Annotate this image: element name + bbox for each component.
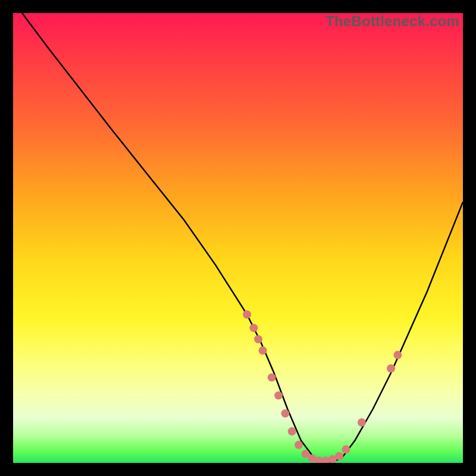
curve-marker-dot — [243, 311, 251, 319]
chart-frame: TheBottleneck.com — [12, 12, 464, 464]
curve-marker-dot — [254, 335, 262, 343]
curve-marker-dot — [335, 452, 343, 461]
curve-markers — [243, 311, 402, 463]
curve-marker-dot — [268, 373, 276, 381]
curve-marker-dot — [281, 409, 289, 418]
curve-marker-dot — [274, 392, 283, 400]
curve-marker-dot — [249, 324, 258, 332]
curve-marker-dot — [393, 351, 402, 359]
curve-marker-dot — [358, 418, 366, 427]
curve-marker-dot — [387, 364, 395, 372]
curve-marker-dot — [301, 450, 309, 458]
chart-svg — [13, 13, 463, 463]
curve-marker-dot — [342, 445, 350, 453]
curve-marker-dot — [295, 441, 303, 449]
curve-marker-dot — [288, 427, 296, 436]
curve-marker-dot — [259, 346, 267, 355]
bottleneck-curve — [22, 13, 463, 463]
